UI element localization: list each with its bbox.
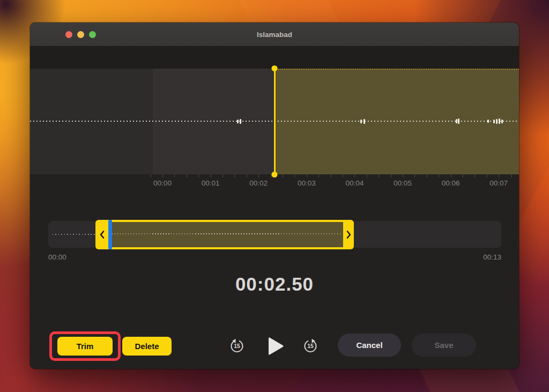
skip-forward-15-button[interactable]: 15 — [303, 338, 318, 353]
ruler-tick — [222, 174, 223, 177]
ruler-tick — [162, 174, 163, 177]
ruler-tick — [474, 174, 475, 177]
play-triangle-icon — [268, 337, 284, 356]
audio-blip — [456, 119, 457, 123]
trim-handle-left[interactable] — [95, 220, 108, 249]
ruler-tick — [487, 174, 487, 177]
forward-15-icon: 15 — [303, 338, 318, 353]
playhead-top-dot-icon[interactable] — [272, 65, 278, 71]
current-time-display: 00:02.50 — [30, 273, 519, 295]
ruler-tick — [439, 174, 439, 177]
ruler-tick — [343, 174, 343, 177]
skip-back-15-button[interactable]: 15 — [229, 338, 244, 353]
audio-blip — [493, 120, 495, 123]
play-button[interactable] — [268, 337, 284, 356]
timeline-ruler: 00:0000:0100:0200:0300:0400:0500:0600:07 — [30, 174, 519, 196]
ruler-tick — [403, 174, 403, 177]
window-titlebar[interactable]: Islamabad — [30, 23, 519, 47]
ruler-time-label: 00:04 — [345, 179, 363, 187]
ruler-time-label: 00:02 — [249, 179, 268, 187]
ruler-tick — [307, 174, 307, 177]
window-title: Islamabad — [30, 23, 519, 47]
trim-selection[interactable] — [95, 220, 354, 249]
ruler-tick — [198, 174, 199, 177]
ruler-tick — [391, 174, 391, 177]
desktop-wallpaper: Islamabad 00:0000:0100:0200:0300:0400:05… — [0, 0, 549, 392]
ruler-tick — [258, 174, 259, 177]
audio-blip — [237, 120, 239, 123]
ruler-tick — [151, 174, 151, 177]
audio-blip — [487, 120, 489, 123]
svg-text:15: 15 — [307, 343, 314, 349]
ruler-tick — [511, 174, 511, 177]
ruler-tick — [294, 174, 295, 177]
cancel-button[interactable]: Cancel — [338, 334, 401, 357]
trim-button[interactable]: Trim — [57, 337, 113, 356]
selection-silence-line — [109, 233, 342, 234]
audio-blip — [360, 120, 362, 123]
ruler-tick — [414, 174, 415, 177]
audio-blip — [363, 119, 365, 124]
ruler-tick — [354, 174, 355, 177]
ruler-tick — [318, 174, 319, 177]
ruler-tick — [234, 174, 235, 177]
ruler-tick — [451, 174, 451, 177]
delete-button[interactable]: Delete — [122, 337, 172, 356]
svg-text:15: 15 — [234, 343, 240, 349]
ruler-time-label: 00:05 — [394, 179, 412, 187]
annotation-highlight-box: Trim — [49, 331, 121, 361]
ruler-tick — [379, 174, 379, 177]
voice-memo-trim-window: Islamabad 00:0000:0100:0200:0300:0400:05… — [30, 23, 519, 369]
trim-handle-right[interactable] — [343, 220, 354, 249]
ruler-tick — [367, 174, 367, 177]
audio-blip — [499, 119, 500, 124]
scrubber-time-range: 00:00 00:13 — [48, 253, 501, 261]
ruler-time-label: 00:07 — [489, 179, 508, 187]
waveform-view[interactable] — [30, 69, 519, 174]
ruler-tick — [211, 174, 211, 177]
ruler-time-label: 00:06 — [442, 179, 460, 187]
audio-blip — [496, 119, 498, 124]
scrubber-end-time: 00:13 — [483, 253, 501, 261]
ruler-tick — [247, 174, 247, 177]
ruler-tick — [331, 174, 331, 177]
ruler-time-label: 00:03 — [298, 179, 316, 187]
ruler-tick — [283, 174, 283, 177]
audio-blip — [458, 119, 459, 124]
ruler-tick — [187, 174, 187, 177]
ruler-tick — [463, 174, 463, 177]
trim-selection-body[interactable] — [108, 220, 343, 249]
ruler-tick — [427, 174, 427, 177]
audio-blip — [240, 119, 241, 124]
save-button[interactable]: Save — [412, 334, 476, 357]
audio-blip — [501, 120, 503, 123]
ruler-time-label: 00:01 — [202, 179, 220, 187]
ruler-tick — [271, 174, 271, 177]
scrubber-start-time: 00:00 — [48, 253, 66, 261]
ruler-tick — [174, 174, 175, 177]
chevron-left-icon — [99, 230, 105, 239]
playhead[interactable] — [274, 68, 276, 175]
scrubber-silence-line — [53, 234, 97, 235]
rewind-15-icon: 15 — [229, 338, 244, 353]
ruler-time-label: 00:00 — [153, 179, 172, 187]
scrubber-playhead[interactable] — [108, 220, 112, 249]
chevron-right-icon — [346, 230, 352, 239]
ruler-tick — [499, 174, 499, 177]
